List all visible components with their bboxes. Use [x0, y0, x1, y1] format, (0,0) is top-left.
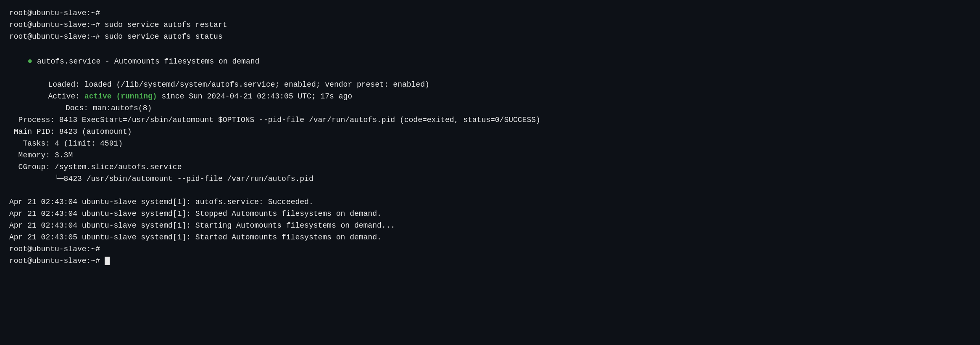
- active-status: active (running): [84, 92, 157, 101]
- cgroup-process-line: └─8423 /usr/sbin/automount --pid-file /v…: [9, 173, 971, 185]
- active-line: Active: active (running) since Sun 2024-…: [9, 91, 971, 103]
- terminal-window: root@ubuntu-slave:~# root@ubuntu-slave:~…: [9, 8, 971, 267]
- service-name: autofs.service - Automounts filesystems …: [32, 57, 259, 66]
- prompt-final: root@ubuntu-slave:~#: [9, 255, 971, 267]
- log-line-2: Apr 21 02:43:04 ubuntu-slave systemd[1]:…: [9, 208, 971, 220]
- log-line-3: Apr 21 02:43:04 ubuntu-slave systemd[1]:…: [9, 220, 971, 232]
- cmd-line-3: root@ubuntu-slave:~# sudo service autofs…: [9, 31, 971, 43]
- service-header: ● autofs.service - Automounts filesystem…: [9, 43, 971, 80]
- terminal-cursor: [105, 257, 110, 265]
- process-line: Process: 8413 ExecStart=/usr/sbin/automo…: [9, 114, 971, 126]
- log-line-1: Apr 21 02:43:04 ubuntu-slave systemd[1]:…: [9, 196, 971, 208]
- cmd-line-2: root@ubuntu-slave:~# sudo service autofs…: [9, 19, 971, 31]
- cmd-line-1: root@ubuntu-slave:~#: [9, 8, 971, 19]
- main-pid-line: Main PID: 8423 (automount): [9, 126, 971, 138]
- memory-line: Memory: 3.3M: [9, 150, 971, 162]
- log-line-4: Apr 21 02:43:05 ubuntu-slave systemd[1]:…: [9, 232, 971, 244]
- blank-line: [9, 185, 971, 196]
- docs-line: Docs: man:autofs(8): [9, 103, 971, 114]
- tasks-line: Tasks: 4 (limit: 4591): [9, 138, 971, 150]
- loaded-line: Loaded: loaded (/lib/systemd/system/auto…: [9, 79, 971, 91]
- status-dot: ●: [27, 56, 32, 66]
- cgroup-line: CGroup: /system.slice/autofs.service: [9, 162, 971, 173]
- prompt-after-status: root@ubuntu-slave:~#: [9, 244, 971, 255]
